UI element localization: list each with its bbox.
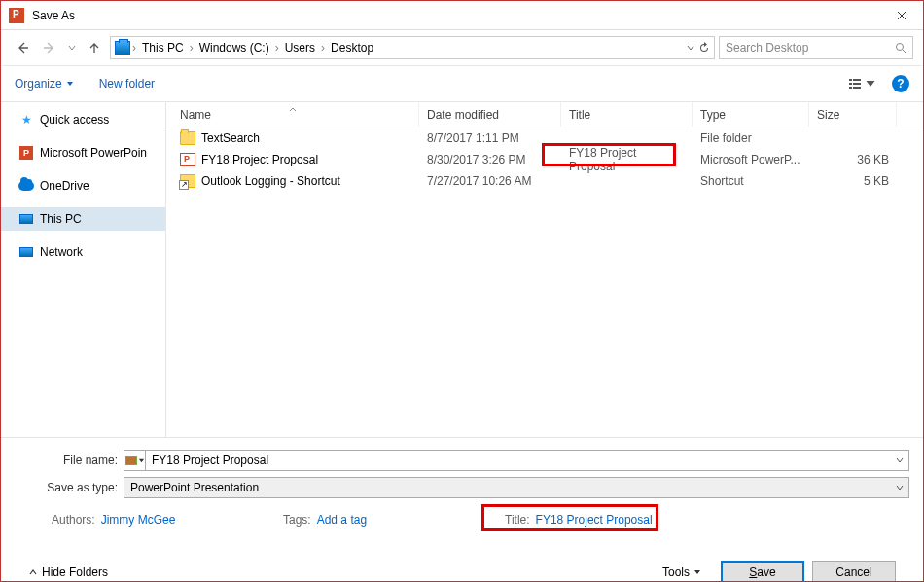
savetype-select[interactable]: PowerPoint Presentation (124, 477, 909, 498)
title-value[interactable]: FY18 Project Proposal (536, 513, 653, 527)
chevron-up-icon (28, 567, 38, 577)
powerpoint-app-icon (9, 8, 24, 23)
svg-rect-5 (849, 87, 852, 89)
chevron-right-icon: › (321, 41, 325, 55)
arrow-right-icon (43, 41, 56, 55)
column-header-name[interactable]: Name (166, 102, 419, 127)
filename-label: File name: (15, 454, 124, 467)
cancel-label: Cancel (835, 565, 871, 579)
sidebar-item-powerpoint[interactable]: P Microsoft PowerPoin (1, 141, 165, 164)
file-name: FY18 Project Proposal (201, 153, 318, 166)
chevron-down-icon[interactable] (687, 44, 694, 52)
triangle-down-icon (66, 80, 74, 88)
arrow-up-icon (88, 41, 101, 55)
savetype-dropdown[interactable] (891, 484, 908, 491)
column-header-date[interactable]: Date modified (419, 102, 561, 127)
file-size: 5 KB (809, 174, 897, 188)
file-type: Shortcut (693, 174, 809, 188)
close-icon (897, 11, 906, 20)
filename-value: FY18 Project Proposal (146, 454, 891, 467)
refresh-icon[interactable] (698, 42, 710, 54)
up-button[interactable] (83, 36, 106, 59)
authors-value[interactable]: Jimmy McGee (101, 513, 176, 527)
button-bar: Hide Folders Tools Save Cancel (15, 551, 909, 582)
close-button[interactable] (879, 1, 923, 30)
back-button[interactable] (11, 36, 34, 59)
file-date: 8/30/2017 3:26 PM (419, 153, 561, 166)
view-options-button[interactable] (847, 74, 878, 93)
organize-button[interactable]: Organize (15, 77, 74, 91)
chevron-down-icon (896, 484, 904, 491)
chevron-down-icon (896, 456, 904, 464)
triangle-down-icon (864, 78, 877, 90)
sidebar: ★ Quick access P Microsoft PowerPoin One… (1, 102, 166, 437)
tags-value[interactable]: Add a tag (317, 513, 367, 527)
pc-icon (115, 41, 130, 55)
help-button[interactable]: ? (892, 75, 909, 92)
savetype-value: PowerPoint Presentation (124, 481, 891, 494)
pc-icon (18, 211, 34, 227)
sidebar-item-label: Network (40, 245, 83, 259)
organize-label: Organize (15, 77, 62, 91)
tags-label: Tags: (283, 513, 311, 527)
save-label-accel: S (749, 565, 757, 579)
breadcrumb-users[interactable]: Users (281, 41, 319, 55)
svg-rect-3 (849, 83, 852, 85)
breadcrumb-windows-c[interactable]: Windows (C:) (195, 41, 273, 55)
metadata-row: Authors: Jimmy McGee Tags: Add a tag Tit… (15, 506, 909, 533)
sidebar-item-network[interactable]: Network (1, 240, 165, 264)
file-list-pane: Name Date modified Title Type Size TextS… (166, 102, 923, 437)
sort-ascending-icon (289, 101, 297, 115)
column-header-size[interactable]: Size (809, 102, 897, 127)
nav-bar: › This PC › Windows (C:) › Users › Deskt… (1, 30, 923, 65)
file-row[interactable]: FY18 Project Proposal 8/30/2017 3:26 PM … (166, 149, 923, 170)
save-label-post: ave (757, 565, 775, 579)
forward-button[interactable] (38, 36, 61, 59)
search-input[interactable]: Search Desktop (719, 36, 913, 59)
file-type-picker[interactable] (124, 451, 146, 470)
save-button[interactable]: Save (721, 561, 804, 582)
breadcrumb-this-pc[interactable]: This PC (138, 41, 188, 55)
file-row[interactable]: Outlook Logging - Shortcut 7/27/2017 10:… (166, 170, 923, 192)
file-title: FY18 Project Proposal (561, 146, 693, 173)
sidebar-item-onedrive[interactable]: OneDrive (1, 174, 165, 198)
search-icon (895, 42, 906, 54)
file-date: 8/7/2017 1:11 PM (419, 131, 561, 145)
cloud-icon (18, 178, 34, 194)
chevron-down-icon (68, 44, 76, 52)
filename-dropdown[interactable] (891, 456, 908, 464)
tools-button[interactable]: Tools (662, 565, 701, 579)
save-form: File name: FY18 Project Proposal Save as… (1, 437, 923, 582)
svg-rect-4 (853, 83, 861, 85)
filename-input[interactable]: FY18 Project Proposal (124, 450, 909, 471)
title-bar: Save As (1, 1, 923, 30)
arrow-left-icon (16, 41, 29, 55)
folder-icon (180, 131, 195, 145)
sidebar-item-label: This PC (40, 212, 82, 226)
new-folder-button[interactable]: New folder (99, 77, 155, 91)
toolbar: Organize New folder ? (1, 66, 923, 101)
sidebar-item-label: Microsoft PowerPoin (40, 146, 147, 160)
breadcrumb-desktop[interactable]: Desktop (327, 41, 377, 55)
list-view-icon (848, 78, 862, 90)
window-title: Save As (32, 9, 75, 22)
sidebar-item-label: OneDrive (40, 179, 89, 193)
file-name: TextSearch (201, 131, 260, 145)
recent-locations-button[interactable] (65, 36, 79, 59)
sidebar-item-label: Quick access (40, 113, 109, 127)
file-row[interactable]: TextSearch 8/7/2017 1:11 PM File folder (166, 127, 923, 149)
sidebar-item-this-pc[interactable]: This PC (1, 207, 165, 231)
address-bar[interactable]: › This PC › Windows (C:) › Users › Deskt… (110, 36, 715, 59)
network-icon (18, 244, 34, 260)
column-headers: Name Date modified Title Type Size (166, 102, 923, 127)
powerpoint-file-icon (180, 153, 195, 166)
svg-rect-6 (853, 87, 861, 89)
powerpoint-icon: P (18, 145, 34, 161)
sidebar-item-quick-access[interactable]: ★ Quick access (1, 108, 165, 131)
hide-folders-button[interactable]: Hide Folders (28, 565, 108, 579)
briefcase-icon (125, 456, 137, 465)
shortcut-icon (180, 174, 195, 188)
column-header-type[interactable]: Type (693, 102, 809, 127)
cancel-button[interactable]: Cancel (812, 561, 896, 582)
column-header-title[interactable]: Title (561, 102, 693, 127)
